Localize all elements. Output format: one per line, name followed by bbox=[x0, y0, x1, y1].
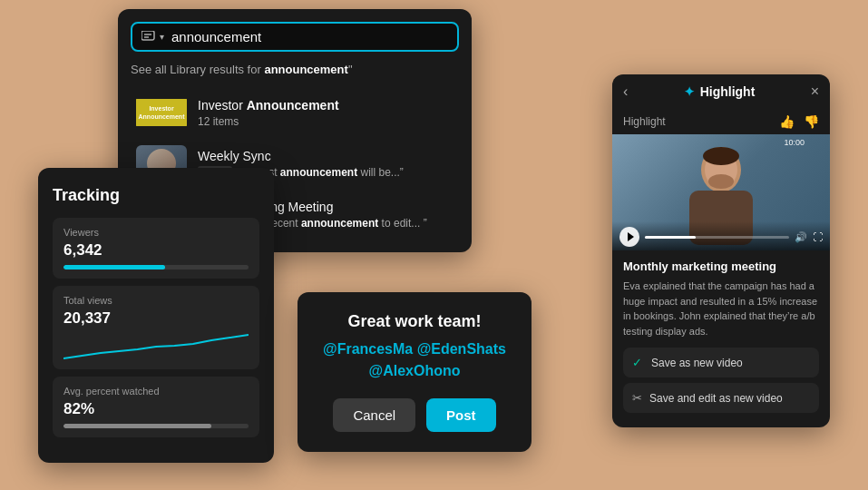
highlight-label-row: Highlight 👍 👎 bbox=[612, 109, 830, 134]
video-progress-bar[interactable] bbox=[645, 236, 789, 239]
svg-rect-0 bbox=[141, 31, 154, 40]
result-meta-investor: 12 items bbox=[198, 115, 454, 128]
video-time: 10:00 bbox=[784, 138, 805, 147]
close-icon[interactable]: × bbox=[811, 83, 819, 100]
save-edit-label: Save and edit as new video bbox=[649, 392, 783, 405]
investor-thumb-image: Investor Announcement bbox=[136, 99, 187, 126]
play-triangle-icon bbox=[628, 232, 634, 241]
highlight-title-row: ✦ Highlight bbox=[684, 84, 756, 99]
highlight-description: Eva explained that the campaign has had … bbox=[623, 279, 819, 338]
search-input-row[interactable]: ▾ announcement bbox=[131, 22, 459, 52]
stat-card-totalviews: Total views 20,337 bbox=[53, 286, 259, 369]
save-as-video-button[interactable]: ✓ Save as new video bbox=[623, 348, 819, 377]
stat-card-avgpercent: Avg. percent watched 82% bbox=[53, 377, 259, 437]
mention-panel: Great work team! @FrancesMa @EdenShats @… bbox=[297, 292, 532, 452]
svg-point-6 bbox=[708, 174, 734, 189]
stat-value-avgpercent: 82% bbox=[63, 400, 249, 418]
stat-value-viewers: 6,342 bbox=[63, 241, 249, 260]
svg-point-7 bbox=[703, 147, 739, 165]
highlight-panel: ‹ ✦ Highlight × Highlight 👍 👎 10:0 bbox=[612, 74, 830, 427]
stat-label-viewers: Viewers bbox=[63, 227, 249, 238]
back-icon[interactable]: ‹ bbox=[623, 83, 628, 100]
highlight-header: ‹ ✦ Highlight × bbox=[612, 74, 830, 109]
stat-chart-totalviews bbox=[63, 333, 249, 360]
mention-users: @FrancesMa @EdenShats @AlexOhono bbox=[316, 338, 513, 382]
stat-bar-avgpercent bbox=[63, 424, 249, 428]
play-button[interactable] bbox=[619, 227, 639, 247]
save-as-video-label: Save as new video bbox=[651, 357, 743, 369]
tracking-title: Tracking bbox=[53, 186, 259, 205]
search-input[interactable]: announcement bbox=[171, 29, 448, 44]
result-thumb-investor: Investor Announcement bbox=[136, 94, 187, 131]
stat-value-totalviews: 20,337 bbox=[63, 309, 249, 328]
highlight-label: Highlight bbox=[623, 115, 666, 128]
save-edit-button[interactable]: ✂ Save and edit as new video bbox=[623, 383, 819, 413]
dropdown-chevron-icon[interactable]: ▾ bbox=[160, 32, 164, 42]
search-result-investor[interactable]: Investor Announcement Investor Announcem… bbox=[131, 87, 459, 138]
highlight-star-icon: ✦ bbox=[684, 84, 695, 99]
video-progress-fill bbox=[645, 236, 696, 239]
stat-label-totalviews: Total views bbox=[63, 295, 249, 306]
result-count: 12 items bbox=[198, 115, 239, 128]
result-title-investor: Investor Announcement bbox=[198, 98, 454, 113]
expand-icon[interactable]: ⛶ bbox=[813, 231, 823, 242]
highlight-video-title: Monthly marketing meeting bbox=[623, 260, 819, 273]
video-controls: 🔊 ⛶ bbox=[612, 221, 830, 250]
highlight-panel-title: Highlight bbox=[700, 84, 756, 99]
mention-title: Great work team! bbox=[316, 312, 513, 331]
cancel-button[interactable]: Cancel bbox=[333, 398, 415, 432]
search-type-icon bbox=[141, 31, 156, 44]
tracking-panel: Tracking Viewers 6,342 Total views 20,33… bbox=[38, 168, 274, 463]
result-info-investor: Investor Announcement 12 items bbox=[198, 98, 454, 128]
thumbs-down-icon[interactable]: 👎 bbox=[804, 114, 819, 129]
video-container: 10:00 🔊 ⛶ bbox=[612, 134, 830, 250]
stat-bar-fill-viewers bbox=[63, 265, 165, 270]
thumbs-up-icon[interactable]: 👍 bbox=[779, 114, 795, 129]
search-icon-box: ▾ bbox=[141, 31, 164, 44]
volume-icon[interactable]: 🔊 bbox=[795, 231, 807, 243]
highlight-thumbs: 👍 👎 bbox=[779, 114, 819, 129]
result-title-weekly: Weekly Sync bbox=[198, 149, 454, 163]
check-icon: ✓ bbox=[632, 356, 642, 369]
post-button[interactable]: Post bbox=[426, 398, 496, 432]
stat-card-viewers: Viewers 6,342 bbox=[53, 218, 259, 279]
highlight-content: Monthly marketing meeting Eva explained … bbox=[612, 250, 830, 427]
search-hint: See all Library results for announcement… bbox=[131, 63, 459, 76]
stat-label-avgpercent: Avg. percent watched bbox=[63, 386, 249, 397]
stat-bar-fill-avgpercent bbox=[63, 424, 211, 428]
mention-buttons: Cancel Post bbox=[316, 398, 513, 432]
stat-bar-viewers bbox=[63, 265, 249, 270]
scissors-icon: ✂ bbox=[632, 391, 642, 405]
